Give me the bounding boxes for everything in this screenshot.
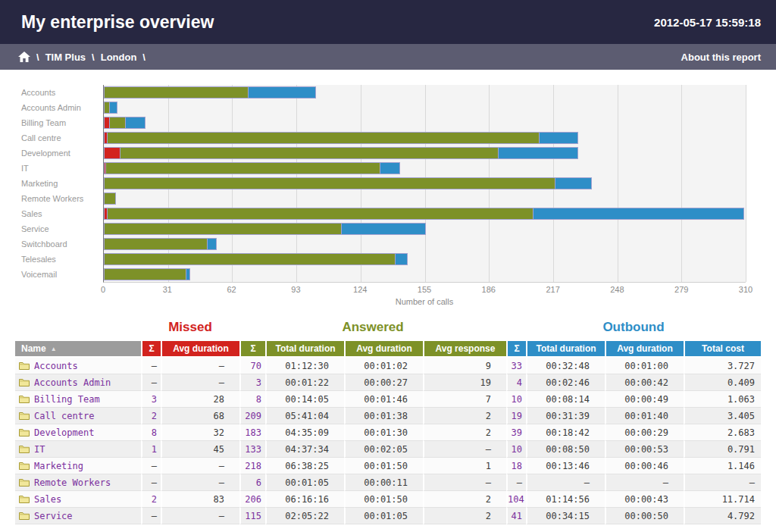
cell-missed-sum[interactable]: 8	[141, 424, 161, 441]
cell-answered-sum[interactable]: 206	[239, 491, 265, 508]
bar-segment-outbound[interactable]	[125, 117, 146, 129]
cell-answered-avg-response: 2	[423, 491, 506, 508]
cell-outbound-sum[interactable]: 10	[506, 441, 526, 458]
bar-segment-answered[interactable]	[104, 223, 342, 235]
about-this-report-link[interactable]: About this report	[681, 52, 761, 63]
breadcrumb-item-london[interactable]: London	[101, 52, 137, 63]
group-name-label: Accounts Admin	[34, 377, 111, 388]
column-header-answered-avg-response[interactable]: Avg response	[423, 341, 506, 358]
bar-segment-outbound[interactable]	[539, 132, 578, 144]
bar-segment-outbound[interactable]	[380, 162, 400, 174]
cell-outbound-total-cost: –	[684, 474, 761, 491]
column-header-name[interactable]: Name▲	[15, 341, 141, 358]
group-name-link[interactable]: Accounts Admin	[15, 374, 141, 391]
cell-outbound-avg-duration: 00:00:49	[605, 391, 684, 408]
group-name-link[interactable]: Service	[15, 508, 141, 524]
bar-segment-outbound[interactable]	[109, 102, 117, 114]
bar-segment-answered[interactable]	[105, 162, 380, 174]
cell-answered-sum[interactable]: 3	[239, 374, 265, 391]
bar-segment-answered[interactable]	[104, 86, 249, 99]
bar-segment-answered[interactable]	[120, 147, 499, 159]
cell-answered-total-duration: 04:35:09	[265, 424, 344, 441]
cell-missed-avg-duration: 83	[161, 491, 239, 508]
cell-outbound-sum[interactable]: 39	[506, 424, 526, 441]
cell-outbound-sum[interactable]: 19	[506, 408, 526, 424]
bar-segment-answered[interactable]	[104, 268, 186, 280]
cell-outbound-sum[interactable]: 10	[506, 391, 526, 408]
bar-segment-missed[interactable]	[104, 147, 120, 159]
column-header-outbound-avg-duration[interactable]: Avg duration	[605, 341, 684, 358]
group-name-link[interactable]: Marketing	[15, 458, 141, 474]
cell-outbound-total-duration: 00:08:50	[526, 441, 605, 458]
bar-segment-answered[interactable]	[107, 208, 534, 220]
cell-answered-sum[interactable]: 6	[239, 474, 265, 491]
column-header-answered-avg-duration[interactable]: Avg duration	[344, 341, 423, 358]
group-name-link[interactable]: Sales	[15, 491, 141, 508]
cell-answered-sum[interactable]: 218	[239, 458, 265, 474]
breadcrumb-item-tim-plus[interactable]: TIM Plus	[45, 52, 86, 63]
cell-outbound-total-duration: 00:31:39	[526, 408, 605, 424]
cell-outbound-total-cost: 1.146	[684, 458, 761, 474]
bar-segment-answered[interactable]	[107, 132, 540, 144]
cell-missed-sum: –	[141, 508, 161, 524]
home-icon[interactable]	[18, 52, 30, 62]
bar-segment-outbound[interactable]	[498, 147, 579, 159]
cell-outbound-sum[interactable]: 41	[506, 508, 526, 524]
cell-outbound-total-duration: 00:13:46	[526, 458, 605, 474]
x-axis-tick: 124	[353, 285, 367, 294]
bar-segment-answered[interactable]	[104, 177, 555, 189]
bar-segment-outbound[interactable]	[186, 268, 189, 280]
cell-answered-sum[interactable]: 133	[239, 441, 265, 458]
cell-missed-sum[interactable]: 1	[141, 441, 161, 458]
cell-missed-avg-duration: –	[161, 458, 239, 474]
column-header-answered-total-duration[interactable]: Total duration	[265, 341, 344, 358]
chart-row	[104, 206, 746, 221]
cell-answered-avg-duration: 00:01:30	[344, 424, 423, 441]
column-header-answered-sum[interactable]: Σ	[239, 341, 265, 358]
table-header-row: Name▲ Σ Avg duration Σ Total duration Av…	[15, 341, 761, 358]
cell-answered-avg-duration: 00:01:46	[344, 391, 423, 408]
cell-answered-avg-duration: 00:02:05	[344, 441, 423, 458]
bar-segment-outbound[interactable]	[555, 177, 592, 189]
group-name-link[interactable]: Call centre	[15, 408, 141, 424]
cell-answered-sum[interactable]: 209	[239, 408, 265, 424]
table-row: Accounts Admin––300:01:2200:00:2719400:0…	[15, 374, 761, 391]
bar-segment-answered[interactable]	[104, 192, 116, 205]
sort-asc-icon: ▲	[51, 346, 57, 352]
summary-heading-answered: Answered	[239, 320, 506, 335]
bar-segment-answered[interactable]	[104, 238, 208, 250]
bar-stack	[104, 253, 408, 265]
bar-segment-outbound[interactable]	[207, 238, 217, 250]
chart-category-label: Call centre	[0, 130, 103, 146]
cell-missed-sum[interactable]: 2	[141, 408, 161, 424]
cell-outbound-sum[interactable]: 33	[506, 358, 526, 374]
column-header-outbound-total-cost[interactable]: Total cost	[684, 341, 761, 358]
column-header-missed-avg-duration[interactable]: Avg duration	[161, 341, 239, 358]
column-header-missed-sum[interactable]: Σ	[141, 341, 161, 358]
cell-outbound-sum[interactable]: 104	[506, 491, 526, 508]
chart-category-label: Billing Team	[0, 115, 103, 130]
cell-answered-sum[interactable]: 70	[239, 358, 265, 374]
column-header-outbound-sum[interactable]: Σ	[506, 341, 526, 358]
group-name-link[interactable]: Remote Workers	[15, 474, 141, 491]
cell-outbound-sum[interactable]: 4	[506, 374, 526, 391]
cell-answered-sum[interactable]: 115	[239, 508, 265, 524]
group-name-link[interactable]: Accounts	[15, 358, 141, 374]
bar-segment-outbound[interactable]	[533, 208, 744, 220]
group-name-link[interactable]: Billing Team	[15, 391, 141, 408]
cell-missed-sum[interactable]: 2	[141, 491, 161, 508]
cell-missed-sum[interactable]: 3	[141, 391, 161, 408]
breadcrumb-separator: \	[36, 52, 39, 63]
column-header-outbound-total-duration[interactable]: Total duration	[526, 341, 605, 358]
cell-answered-sum[interactable]: 8	[239, 391, 265, 408]
cell-answered-sum[interactable]: 183	[239, 424, 265, 441]
bar-segment-outbound[interactable]	[248, 86, 316, 99]
group-name-link[interactable]: Development	[15, 424, 141, 441]
group-name-link[interactable]: IT	[15, 441, 141, 458]
bar-segment-outbound[interactable]	[341, 223, 426, 235]
cell-outbound-sum[interactable]: 18	[506, 458, 526, 474]
bar-segment-answered[interactable]	[109, 117, 126, 129]
chart-category-label: Voicemail	[0, 267, 103, 282]
bar-segment-outbound[interactable]	[395, 253, 407, 265]
bar-segment-answered[interactable]	[104, 253, 396, 265]
